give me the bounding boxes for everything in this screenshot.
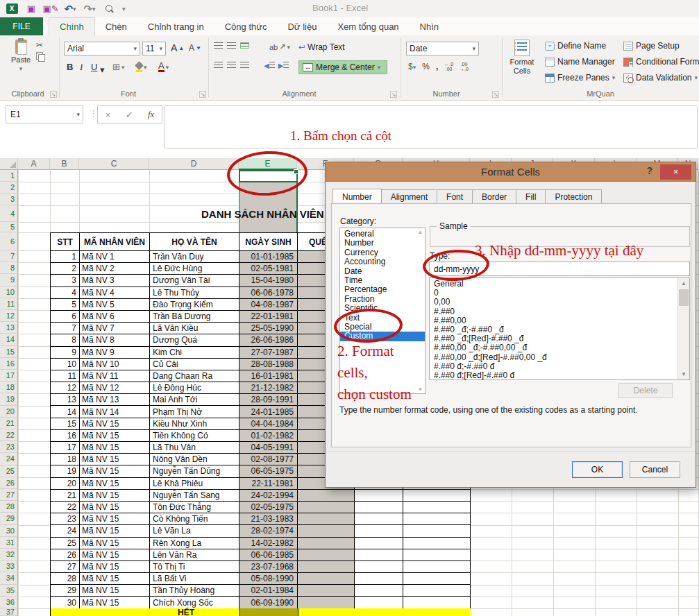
cell-code[interactable]: Mã NV 10	[80, 359, 150, 370]
cell-name[interactable]: Nguyễn Tấn Sang	[150, 490, 239, 502]
cell-dob[interactable]: 02-01-1984	[239, 585, 298, 597]
increase-indent-icon[interactable]: ▶	[278, 62, 289, 69]
cell-dob[interactable]: 02-08-1977	[239, 454, 298, 465]
cell-stt[interactable]: 15	[51, 418, 80, 430]
cell-dob[interactable]: 26-06-1986	[239, 334, 298, 346]
cell-code[interactable]: Mã NV 15	[80, 549, 150, 561]
select-all-corner[interactable]	[0, 158, 18, 170]
cell-dob[interactable]: 06-06-1978	[239, 287, 298, 299]
cell-stt[interactable]: 13	[51, 394, 80, 406]
cell-empty[interactable]	[298, 538, 355, 549]
category-item-number[interactable]: Number	[340, 239, 425, 248]
fill-color-icon[interactable]: ▾	[136, 62, 147, 72]
cell-dob[interactable]: 21-03-1983	[239, 513, 298, 525]
cell-stt[interactable]: 10	[51, 359, 80, 370]
cell-code[interactable]: Mã NV 15	[80, 430, 150, 442]
name-box-dropdown-icon[interactable]: ▾	[73, 111, 83, 118]
row-header-27[interactable]: 27	[0, 489, 18, 501]
row-header-14[interactable]: 14	[0, 334, 18, 345]
cell-empty[interactable]	[355, 549, 403, 561]
row-header-36[interactable]: 36	[0, 597, 18, 608]
cell-empty[interactable]	[355, 573, 403, 585]
row-header-32[interactable]: 32	[0, 549, 18, 561]
format-code-item-3[interactable]: #.##0	[430, 307, 676, 316]
format-code-item-9[interactable]: #.##0 đ;-#.##0 đ	[430, 362, 676, 371]
name-manager-button[interactable]: Name Manager	[545, 57, 615, 67]
row-header-10[interactable]: 10	[0, 286, 18, 298]
row-header-28[interactable]: 28	[0, 501, 18, 513]
cell-dob[interactable]: 04-04-1984	[239, 418, 298, 430]
row-header-7[interactable]: 7	[0, 250, 18, 262]
cell-code[interactable]: Mã NV 15	[80, 538, 150, 549]
row-header-2[interactable]: 2	[0, 182, 18, 194]
cell-empty[interactable]	[355, 561, 403, 573]
number-format-combo[interactable]: Date▾	[406, 42, 479, 55]
name-box[interactable]: E1 ▾	[6, 105, 83, 123]
define-name-button[interactable]: =Define Name	[545, 41, 606, 51]
row-header-9[interactable]: 9	[0, 274, 18, 286]
cell-empty[interactable]	[403, 490, 471, 502]
cell-empty[interactable]	[298, 502, 355, 513]
cell-stt[interactable]: 17	[51, 442, 80, 454]
cell-name[interactable]: Kim Chi	[150, 347, 239, 359]
tab-Dữ liệu[interactable]: Dữ liệu	[277, 17, 327, 35]
tab-Công thức[interactable]: Công thức	[214, 17, 278, 35]
close-icon[interactable]: ×	[660, 164, 691, 180]
cell-code[interactable]: Mã NV 7	[80, 323, 150, 334]
cell-code[interactable]: Mã NV 15	[80, 502, 150, 513]
cell-code[interactable]: Mã NV 15	[80, 597, 150, 608]
cell-stt[interactable]: 5	[51, 299, 80, 311]
decrease-decimal-icon[interactable]: .00→.0	[460, 62, 469, 71]
row-header-37[interactable]: 37	[0, 608, 18, 616]
cell-name[interactable]: Cò Không Tiến	[150, 513, 239, 525]
row-header-30[interactable]: 30	[0, 525, 18, 537]
number-dialog-launcher[interactable]: ↘	[492, 91, 499, 98]
cell-name[interactable]: Tô Thị Ti	[150, 561, 239, 573]
cell-code[interactable]: Mã NV 4	[80, 287, 150, 299]
tab-file[interactable]: FILE	[0, 17, 43, 35]
cell-code[interactable]: Mã NV 15	[80, 490, 150, 502]
cell-name[interactable]: Củ Cải	[150, 359, 239, 370]
row-header-5[interactable]: 5	[0, 222, 18, 232]
wrap-text-button[interactable]: ↩Wrap Text	[298, 42, 345, 52]
cell-dob[interactable]: 05-08-1990	[239, 573, 298, 585]
cell-code[interactable]: Mã NV 15	[80, 478, 150, 490]
cell-empty[interactable]	[298, 585, 355, 597]
cell-stt[interactable]: 16	[51, 430, 80, 442]
cell-stt[interactable]: 19	[51, 465, 80, 477]
cell-code[interactable]: Mã NV 5	[80, 299, 150, 311]
cell-name[interactable]: Lê Đức Hùng	[150, 263, 239, 275]
cell-empty[interactable]	[298, 490, 355, 502]
row-header-8[interactable]: 8	[0, 262, 18, 274]
font-dialog-launcher[interactable]: ↘	[199, 91, 206, 98]
cell-stt[interactable]: 25	[51, 538, 80, 549]
row-header-33[interactable]: 33	[0, 561, 18, 572]
row-header-4[interactable]: 4	[0, 205, 18, 222]
borders-icon[interactable]: ⊞▾	[112, 62, 124, 72]
cell-dob[interactable]: 01-02-1982	[239, 430, 298, 442]
cell-code[interactable]: Mã NV 13	[80, 394, 150, 406]
cut-icon[interactable]: ✂	[36, 41, 43, 49]
cell-stt[interactable]: 1	[51, 251, 80, 263]
cell-empty[interactable]	[403, 538, 471, 549]
cell-dob[interactable]: 04-08-1987	[239, 299, 298, 311]
cell-dob[interactable]: 01-01-1985	[239, 251, 298, 263]
insert-function-icon[interactable]: fx	[148, 109, 154, 120]
format-code-item-8[interactable]: #.##0,00 _đ;[Red]-#.##0,00 _đ	[430, 353, 676, 362]
undo-icon[interactable]: ↶▾	[64, 3, 76, 15]
data-validation-button[interactable]: Data Validation▾	[623, 73, 698, 83]
cell-name[interactable]: Lê Đông Húc	[150, 382, 239, 394]
freeze-panes-button[interactable]: Freeze Panes▾	[545, 73, 615, 83]
cell-stt[interactable]: 20	[51, 478, 80, 490]
cell-stt[interactable]: 6	[51, 311, 80, 323]
cell-empty[interactable]	[403, 525, 471, 537]
row-header-13[interactable]: 13	[0, 322, 18, 334]
cell-code[interactable]: Mã NV 15	[80, 465, 150, 477]
cell-code[interactable]: Mã NV 15	[80, 525, 150, 537]
cell-name[interactable]: Tôn Đức Thắng	[150, 502, 239, 513]
scrollbar-thumb[interactable]	[679, 289, 689, 306]
cell-empty[interactable]	[355, 490, 403, 502]
save-icon[interactable]: ▣	[25, 3, 37, 15]
align-right-icon[interactable]	[240, 62, 249, 68]
format-code-item-1[interactable]: 0	[430, 289, 676, 298]
